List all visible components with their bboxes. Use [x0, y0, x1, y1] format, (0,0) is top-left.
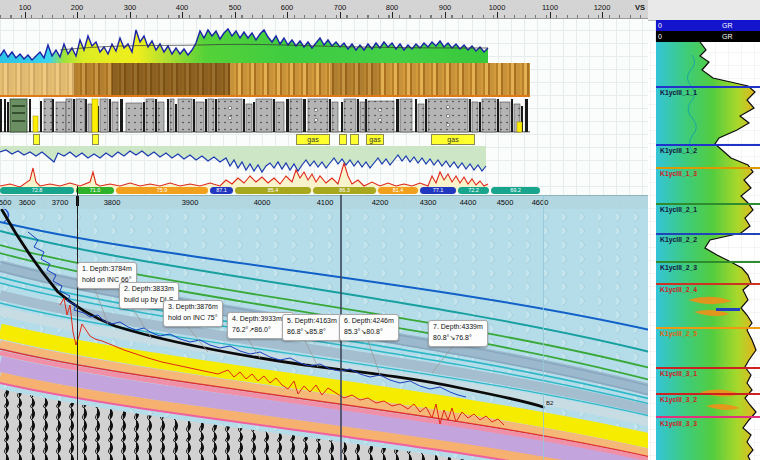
annotation-depth: Depth:3833m: [132, 285, 174, 292]
horizon-line: [656, 367, 760, 369]
horizon-label: K1ycIII_2_1: [660, 206, 697, 213]
annotation-seq: 2.: [124, 285, 130, 292]
gas-show-label: gas: [431, 134, 475, 145]
horizon-label: K1ycIII_2_2: [660, 236, 697, 243]
gr-curve-name: GR: [722, 20, 733, 31]
vs-ruler-label: 200: [71, 3, 84, 12]
panel-blue-show: [716, 308, 740, 311]
md-label: 3800: [104, 198, 121, 207]
trajectory-annotation-6[interactable]: 6. Depth:4246m 85.3°↘80.8°: [339, 314, 399, 341]
annotation-depth: Depth:4339m: [441, 323, 483, 330]
depth-bar-segment: 77.1: [420, 187, 456, 194]
gas-show-label: gas: [296, 134, 330, 145]
vs-ruler-label: 700: [334, 3, 347, 12]
mudstone-block: [10, 99, 27, 132]
vs-ruler[interactable]: 100 200 300 400 500 600 700 800 900 1000…: [0, 0, 648, 19]
image-log-mid-zone: [74, 63, 112, 95]
depth-bar-segment: 75.9: [116, 187, 208, 194]
image-log-dark-patch: [330, 63, 380, 95]
md-label: 4100: [317, 198, 334, 207]
vs-ruler-label: 900: [439, 3, 452, 12]
gr-track-header-2[interactable]: 0 GR: [656, 31, 760, 42]
annotation-note: 86.8°↘85.8°: [287, 327, 337, 338]
gr-curve-track[interactable]: [0, 18, 650, 63]
trajectory-annotation-7[interactable]: 7. Depth:4339m 80.8°↘76.8°: [428, 320, 488, 347]
horizon-line: [656, 261, 760, 263]
trajectory-annotation-3[interactable]: 3. Depth:3876m hold on INC 75°: [163, 300, 223, 327]
annotation-seq: 1.: [82, 265, 88, 272]
gas-show-mark: [33, 134, 40, 145]
annotation-depth: Depth:3876m: [176, 303, 218, 310]
annotation-note: 85.3°↘80.8°: [344, 327, 394, 338]
annotation-note: 80.8°↘76.8°: [433, 333, 483, 344]
depth-bar-segment: 71.0: [76, 187, 114, 194]
depth-bar-segment: 69.2: [491, 187, 540, 194]
md-label: 4200: [372, 198, 389, 207]
gas-show-label: gas: [366, 134, 384, 145]
right-panel-top-spacer: [648, 0, 760, 21]
horizon-line: [656, 233, 760, 235]
annotation-seq: 3.: [168, 303, 174, 310]
vs-unit-label: VS: [635, 3, 645, 12]
vs-ruler-label: 1200: [594, 3, 611, 12]
md-depth-ruler[interactable]: 3500 3600 3700 3800 3900 4000 4100 4200 …: [0, 195, 650, 209]
vs-ruler-label: 300: [124, 3, 137, 12]
horizon-line: [656, 283, 760, 285]
annotation-note: hold on INC 75°: [168, 313, 218, 324]
gas-show-mark: [350, 134, 359, 145]
image-log-track[interactable]: [0, 63, 530, 97]
annotation-seq: 4.: [232, 315, 238, 322]
gr-scale-min: 0: [658, 31, 662, 42]
vs-ruler-label: 400: [176, 3, 189, 12]
horizon-label: K1ycIII_1_2: [660, 147, 697, 154]
horizon-label: K1ycIII_1_1: [660, 89, 697, 96]
md-label: 4300: [420, 198, 437, 207]
lithology-track[interactable]: [0, 98, 650, 134]
annotation-depth: Depth:4246m: [352, 317, 394, 324]
horizon-line: [656, 167, 760, 169]
annotation-note: 76.2°↗86.0°: [232, 325, 289, 336]
image-log-light-zone: [0, 63, 74, 95]
total-gas-curve: [0, 163, 488, 187]
annotation-depth: Depth:3784m: [90, 265, 132, 272]
annotation-depth: Depth:3933m: [240, 315, 282, 322]
horizon-label: K1ycIII_2_5: [660, 330, 697, 337]
horizon-line: [656, 416, 760, 418]
gr-track-header-1[interactable]: 0 GR: [656, 20, 760, 31]
horizon-label: K1ycIII_3_3: [660, 420, 697, 427]
md-label: 3600: [19, 198, 36, 207]
md-label: 3500: [0, 198, 11, 207]
md-label: 4400: [460, 198, 477, 207]
md-label: 4000: [254, 198, 271, 207]
depth-bar-segment: 87.1: [210, 187, 233, 194]
image-log-dark-zone: [112, 63, 230, 95]
horizon-label: K1ycIII_1_3: [660, 170, 697, 177]
annotation-depth: Depth:4163m: [295, 317, 337, 324]
annotation-seq: 7.: [433, 323, 439, 330]
vs-ruler-label: 500: [229, 3, 242, 12]
horizon-label: K1ycIII_2_3: [660, 264, 697, 271]
gr-curve-name: GR: [722, 31, 733, 42]
horizon-line: [656, 144, 760, 146]
vs-ruler-label: 100: [19, 3, 32, 12]
vs-ruler-label: 1000: [489, 3, 506, 12]
vs-ruler-label: 1100: [542, 3, 558, 12]
md-label: 3900: [182, 198, 199, 207]
depth-bar-segment: 72.8: [0, 187, 74, 194]
horizon-line: [656, 203, 760, 205]
horizon-label: K1ycIII_2_4: [660, 286, 697, 293]
trajectory-annotation-5[interactable]: 5. Depth:4163m 86.8°↘85.8°: [282, 314, 342, 341]
depth-bar-segment: 72.2: [458, 187, 489, 194]
gr-scale-min: 0: [658, 20, 662, 31]
well-correlation-workspace: 100 200 300 400 500 600 700 800 900 1000…: [0, 0, 760, 460]
depth-bar-segment: 85.4: [235, 187, 311, 194]
md-label: 3700: [52, 198, 69, 207]
section-light-line: [543, 195, 544, 460]
section-marker-line: [77, 186, 79, 460]
depth-bar-segment: 81.4: [378, 187, 418, 194]
depth-bar-segment: 86.3: [313, 187, 376, 194]
vs-ruler-label: 800: [386, 3, 399, 12]
vs-ruler-label: 600: [281, 3, 294, 12]
md-label: 4500: [497, 198, 514, 207]
horizon-line: [656, 327, 760, 329]
